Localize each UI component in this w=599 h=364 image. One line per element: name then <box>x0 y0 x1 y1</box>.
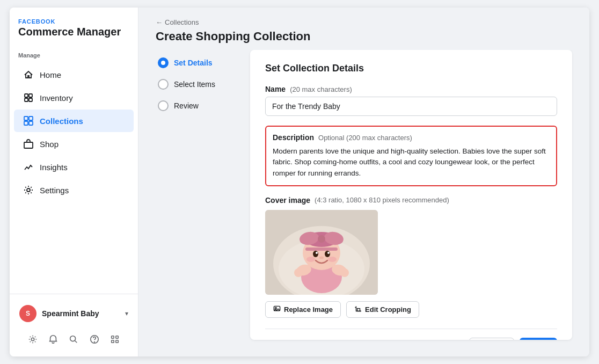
form-section-title: Set Collection Details <box>265 63 557 74</box>
app-title: Commerce Manager <box>18 26 129 38</box>
sidebar-item-home-label: Home <box>40 70 61 79</box>
svg-rect-5 <box>29 117 33 120</box>
svg-rect-41 <box>357 309 360 311</box>
manage-section-label: Manage <box>10 45 138 61</box>
footer-grid-icon[interactable] <box>106 331 123 348</box>
sidebar-nav: Home Inventory <box>10 61 138 294</box>
edit-cropping-icon <box>354 305 362 313</box>
sidebar-bottom: S Spearmint Baby ▾ <box>10 294 138 356</box>
main-content: ← Collections Create Shopping Collection… <box>138 8 589 356</box>
svg-rect-16 <box>112 340 114 343</box>
inventory-icon <box>23 92 34 104</box>
svg-rect-4 <box>24 117 28 120</box>
svg-point-38 <box>319 256 324 259</box>
footer-help-icon[interactable] <box>86 331 103 348</box>
svg-rect-17 <box>116 340 119 343</box>
step-circle-select-items <box>158 79 169 90</box>
avatar: S <box>19 305 36 322</box>
svg-point-13 <box>94 342 94 343</box>
svg-point-11 <box>70 336 76 341</box>
svg-rect-31 <box>305 247 338 251</box>
svg-rect-8 <box>24 142 33 148</box>
shop-icon <box>23 138 34 150</box>
image-actions: Replace Image Edit Cropping <box>265 301 557 318</box>
description-sublabel: Optional (200 max characters) <box>318 134 412 142</box>
cancel-button[interactable]: Cancel <box>469 338 514 340</box>
svg-rect-0 <box>25 94 28 97</box>
svg-rect-3 <box>29 98 32 101</box>
svg-point-25 <box>340 268 349 277</box>
svg-point-9 <box>27 188 30 192</box>
breadcrumb-link[interactable]: Collections <box>165 18 199 26</box>
steps-panel: Set Details Select Items Review <box>156 50 242 346</box>
description-label: Description <box>273 133 314 142</box>
form-footer: Cancel Next <box>265 329 557 340</box>
sidebar-item-home[interactable]: Home <box>14 63 134 86</box>
account-row[interactable]: S Spearmint Baby ▾ <box>14 301 134 326</box>
collections-icon <box>23 115 34 127</box>
breadcrumb: ← Collections <box>156 18 572 26</box>
step-circle-review <box>158 100 169 111</box>
svg-rect-15 <box>116 336 119 339</box>
name-label-row: Name (20 max characters) <box>265 85 557 93</box>
description-label-row: Description Optional (200 max characters… <box>273 133 550 142</box>
main-body: Set Details Select Items Review Set Coll… <box>138 50 589 356</box>
step-label-set-details: Set Details <box>174 59 213 67</box>
svg-point-37 <box>328 257 337 262</box>
footer-search-icon[interactable] <box>65 331 82 348</box>
sidebar-item-inventory[interactable]: Inventory <box>14 86 134 109</box>
svg-point-32 <box>313 251 318 257</box>
cover-image-section: Cover image (4:3 ratio, 1080 x 810 pixel… <box>265 196 557 318</box>
sidebar-item-collections-label: Collections <box>40 117 83 126</box>
replace-image-label: Replace Image <box>284 305 333 314</box>
name-label: Name <box>265 85 286 93</box>
svg-rect-7 <box>29 121 33 125</box>
footer-settings-icon[interactable] <box>24 331 41 348</box>
step-set-details[interactable]: Set Details <box>156 52 242 74</box>
svg-rect-14 <box>112 336 114 339</box>
sidebar-item-settings[interactable]: Settings <box>14 179 134 201</box>
svg-rect-2 <box>25 98 28 101</box>
cover-image-container <box>265 210 378 295</box>
sidebar-item-insights[interactable]: Insights <box>14 156 134 178</box>
description-box: Description Optional (200 max characters… <box>265 126 557 186</box>
step-select-items[interactable]: Select Items <box>156 74 242 95</box>
edit-cropping-label: Edit Cropping <box>365 305 411 314</box>
settings-icon <box>23 184 34 196</box>
sidebar-item-settings-label: Settings <box>40 186 69 195</box>
svg-point-10 <box>31 338 34 340</box>
svg-point-24 <box>294 268 303 277</box>
step-label-review: Review <box>174 101 199 110</box>
svg-rect-6 <box>24 121 28 125</box>
sidebar-item-collections[interactable]: Collections <box>14 110 134 132</box>
main-header: ← Collections Create Shopping Collection <box>138 8 589 50</box>
svg-point-30 <box>318 235 325 243</box>
next-button[interactable]: Next <box>520 338 557 340</box>
name-sublabel: (20 max characters) <box>290 85 352 93</box>
edit-cropping-button[interactable]: Edit Cropping <box>346 301 419 318</box>
form-panel: Set Collection Details Name (20 max char… <box>250 50 572 340</box>
brand-label: FACEBOOK <box>18 18 129 25</box>
svg-point-34 <box>316 252 318 254</box>
footer-icons <box>14 326 134 350</box>
description-text[interactable]: Modern parents love the unique and high-… <box>273 146 550 179</box>
breadcrumb-arrow: ← <box>156 18 163 26</box>
sidebar-header: FACEBOOK Commerce Manager <box>10 8 138 45</box>
cover-image-svg <box>265 210 378 295</box>
replace-image-icon <box>273 305 281 313</box>
step-review[interactable]: Review <box>156 95 242 117</box>
replace-image-button[interactable]: Replace Image <box>265 301 341 318</box>
sidebar-item-shop-label: Shop <box>40 140 59 149</box>
svg-point-36 <box>306 257 315 262</box>
chevron-down-icon: ▾ <box>125 310 128 317</box>
home-icon <box>23 69 34 81</box>
svg-point-35 <box>327 252 330 254</box>
step-circle-set-details <box>158 57 169 68</box>
account-name: Spearmint Baby <box>42 309 120 318</box>
cover-label-row: Cover image (4:3 ratio, 1080 x 810 pixel… <box>265 196 557 205</box>
page-title: Create Shopping Collection <box>156 30 572 43</box>
sidebar-item-shop[interactable]: Shop <box>14 133 134 155</box>
insights-icon <box>23 161 34 173</box>
footer-bell-icon[interactable] <box>45 331 62 348</box>
name-input[interactable] <box>265 97 557 116</box>
